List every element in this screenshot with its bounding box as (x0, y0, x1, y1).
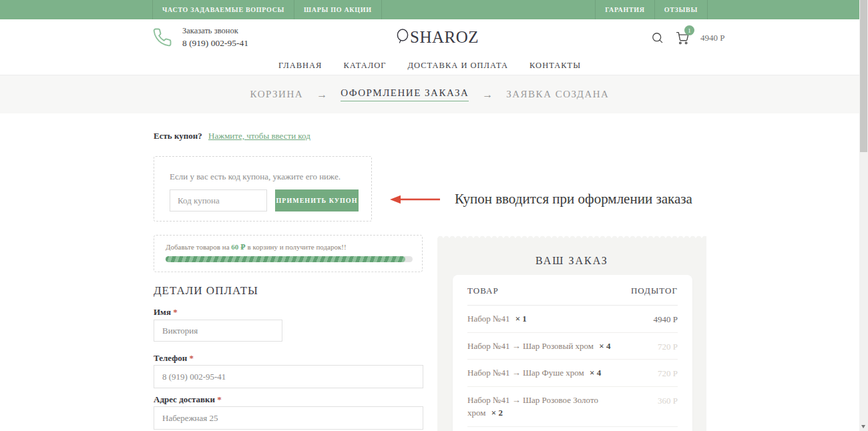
address-label-text: Адрес доставки (154, 394, 215, 404)
name-field-label: Имя * (154, 307, 178, 318)
gift-text-before: Добавьте товаров на (166, 243, 231, 251)
col-subtotal: ПОДЫТОГ (631, 286, 678, 296)
gift-progress-box: Добавьте товаров на 60 ₽ в корзину и пол… (154, 235, 423, 272)
phone-input[interactable] (154, 365, 423, 388)
topbar-link-sale-balloons[interactable]: ШАРЫ ПО АКЦИИ (294, 0, 382, 19)
phone-label-text: Телефон (154, 353, 187, 363)
order-item-price: 720 Р (658, 340, 678, 353)
order-item-price: 720 Р (658, 366, 678, 380)
order-summary-title: ВАШ ЗАКАЗ (437, 239, 706, 267)
callback-text: Заказать звонок 8 (919) 002-95-41 (182, 26, 248, 49)
coupon-toggle-row: Есть купон? Нажмите, чтобы ввести код (154, 131, 310, 141)
order-item-name: Набор №41 → Шар Розовый хром × 4 (467, 340, 613, 353)
gift-amount: 60 ₽ (231, 243, 245, 251)
annotation-text: Купон вводится при оформлении заказа (455, 191, 692, 207)
coupon-form: Если у вас есть код купона, укажите его … (154, 156, 372, 222)
gift-text-after: в корзину и получите подарок!! (246, 243, 347, 251)
address-field-label: Адрес доставки * (154, 394, 222, 405)
gift-progress-track (166, 256, 413, 262)
nav-item-home[interactable]: ГЛАВНАЯ (278, 61, 322, 71)
scrollbar-down-arrow-icon[interactable] (861, 425, 865, 428)
coupon-toggle-link[interactable]: Нажмите, чтобы ввести код (208, 131, 310, 141)
required-mark: * (189, 353, 194, 363)
phone-icon (152, 27, 172, 47)
topbar-left-links: ЧАСТО ЗАДАВАЕМЫЕ ВОПРОСЫ ШАРЫ ПО АКЦИИ (152, 0, 382, 19)
coupon-code-input[interactable] (170, 189, 267, 211)
order-item-name: Набор №41 × 1 (467, 312, 613, 326)
col-product: ТОВАР (467, 286, 499, 296)
nav-item-delivery[interactable]: ДОСТАВКА И ОПЛАТА (408, 61, 509, 71)
item-qty: × 2 (491, 408, 503, 418)
order-item-price: 360 Р (658, 394, 678, 420)
site-logo[interactable]: SHAROZ (396, 28, 479, 47)
item-name-text: Набор №41 → Шар Фуше хром (467, 368, 584, 378)
order-row: Набор №41 → Шар Розовое Золото хром × 2 … (467, 387, 678, 427)
step-checkout-active[interactable]: ОФОРМЛЕНИЕ ЗАКАЗА (341, 87, 469, 101)
checkout-steps: КОРЗИНА → ОФОРМЛЕНИЕ ЗАКАЗА → ЗАЯВКА СОЗ… (0, 75, 859, 113)
annotation-arrow-icon (390, 195, 441, 204)
order-item-price: 4940 Р (654, 312, 678, 326)
coupon-question: Есть купон? (154, 131, 202, 141)
gift-progress-fill (166, 256, 405, 262)
callback-label[interactable]: Заказать звонок (182, 26, 248, 36)
step-order-created: ЗАЯВКА СОЗДАНА (506, 89, 609, 100)
receipt-scallop-edge (437, 234, 706, 239)
topbar-link-warranty[interactable]: ГАРАНТИЯ (595, 0, 654, 19)
item-name-text: Набор №41 → Шар Розовое Золото хром (467, 395, 598, 418)
topbar-link-reviews[interactable]: ОТЗЫВЫ (654, 0, 708, 19)
step-cart[interactable]: КОРЗИНА (250, 89, 304, 100)
topbar-link-faq[interactable]: ЧАСТО ЗАДАВАЕМЫЕ ВОПРОСЫ (152, 0, 294, 19)
required-mark: * (173, 307, 178, 317)
gift-progress-text: Добавьте товаров на 60 ₽ в корзину и пол… (166, 243, 347, 252)
order-item-name: Набор №41 → Шар Фуше хром × 4 (467, 366, 613, 380)
order-row: Набор №41 → Шар Розовый хром × 4 720 Р (467, 333, 678, 360)
cart-total[interactable]: 4940 Р (700, 33, 724, 43)
header-phone-number[interactable]: 8 (919) 002-95-41 (182, 38, 248, 49)
order-item-name: Набор №41 → Шар Розовое Золото хром × 2 (467, 394, 613, 420)
site-header: Заказать звонок 8 (919) 002-95-41 SHAROZ (0, 19, 859, 56)
vertical-scrollbar[interactable] (859, 0, 868, 431)
step-arrow-icon: → (316, 89, 327, 101)
main-nav: ГЛАВНАЯ КАТАЛОГ ДОСТАВКА И ОПЛАТА КОНТАК… (0, 56, 859, 75)
cart-button[interactable]: 1 (675, 31, 689, 45)
nav-item-catalog[interactable]: КАТАЛОГ (343, 61, 386, 71)
billing-details-title: ДЕТАЛИ ОПЛАТЫ (154, 284, 258, 298)
order-summary-panel: ВАШ ЗАКАЗ ТОВАР ПОДЫТОГ Набор №41 × 1 49… (437, 239, 706, 431)
nav-item-contacts[interactable]: КОНТАКТЫ (529, 61, 581, 71)
order-summary-card: ТОВАР ПОДЫТОГ Набор №41 × 1 4940 Р Набор… (453, 275, 692, 431)
name-label-text: Имя (154, 307, 171, 317)
apply-coupon-button[interactable]: ПРИМЕНИТЬ КУПОН (275, 189, 359, 211)
order-row: Набор №41 × 1 4940 Р (467, 306, 678, 333)
phone-field-label: Телефон * (154, 353, 194, 364)
search-icon[interactable] (651, 31, 664, 44)
required-mark: * (217, 394, 222, 404)
top-utility-bar: ЧАСТО ЗАДАВАЕМЫЕ ВОПРОСЫ ШАРЫ ПО АКЦИИ Г… (0, 0, 859, 19)
address-input[interactable] (154, 406, 423, 430)
item-qty: × 1 (515, 314, 527, 324)
scrollbar-thumb[interactable] (860, 0, 867, 152)
logo-text: SHAROZ (410, 28, 479, 47)
item-qty: × 4 (590, 368, 601, 378)
name-input[interactable] (154, 320, 282, 342)
coupon-hint: Если у вас есть код купона, укажите его … (170, 171, 341, 182)
callback-block: Заказать звонок 8 (919) 002-95-41 (152, 26, 248, 49)
item-qty: × 4 (599, 341, 610, 351)
order-row: Набор №41 → Шар Фуше хром × 4 720 Р (467, 360, 678, 387)
item-name-text: Набор №41 (467, 314, 509, 324)
balloon-logo-icon (396, 28, 409, 47)
step-arrow-icon: → (482, 89, 493, 101)
topbar-right-links: ГАРАНТИЯ ОТЗЫВЫ (595, 0, 708, 19)
header-actions: 1 4940 Р (651, 31, 724, 45)
order-table-header: ТОВАР ПОДЫТОГ (467, 275, 678, 306)
item-name-text: Набор №41 → Шар Розовый хром (467, 341, 594, 351)
cart-count-badge: 1 (684, 25, 694, 35)
